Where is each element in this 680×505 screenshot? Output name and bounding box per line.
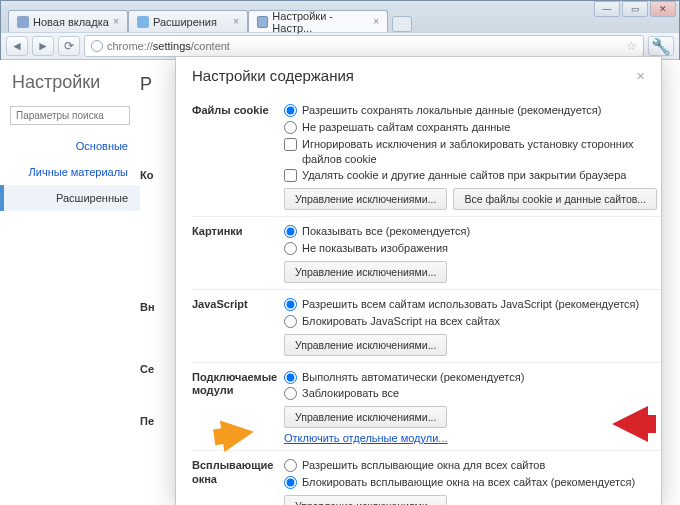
new-tab-button[interactable] <box>392 16 412 32</box>
popups-allow-radio[interactable]: Разрешить всплывающие окна для всех сайт… <box>284 457 661 474</box>
page-icon <box>17 16 29 28</box>
cookies-allow-radio[interactable]: Разрешить сохранять локальные данные (ре… <box>284 102 661 119</box>
tab-label: Настройки - Настр... <box>272 10 369 34</box>
js-allow-radio[interactable]: Разрешить всем сайтам использовать JavaS… <box>284 296 661 313</box>
modal-title: Настройки содержания <box>192 67 354 84</box>
close-window-button[interactable]: ✕ <box>650 1 676 17</box>
disable-plugins-link[interactable]: Отключить отдельные модули... <box>284 432 448 444</box>
plugins-block-radio[interactable]: Заблокировать все <box>284 385 661 402</box>
images-exceptions-button[interactable]: Управление исключениями... <box>284 261 447 283</box>
window-controls: — ▭ ✕ <box>594 1 676 17</box>
tab-extensions[interactable]: Расширения× <box>128 10 248 32</box>
minimize-button[interactable]: — <box>594 1 620 17</box>
cookies-thirdparty-checkbox[interactable]: Игнорировать исключения и заблокировать … <box>284 136 661 168</box>
window-titlebar <box>0 0 680 8</box>
bookmark-star-icon[interactable]: ☆ <box>626 39 637 53</box>
settings-search-input[interactable] <box>10 106 130 125</box>
sidebar-link-personal[interactable]: Личные материалы <box>0 159 140 185</box>
js-exceptions-button[interactable]: Управление исключениями... <box>284 334 447 356</box>
section-popups: Всплывающие окна Разрешить всплывающие о… <box>192 450 661 505</box>
extension-icon <box>137 16 149 28</box>
popups-exceptions-button[interactable]: Управление исключениями... <box>284 495 447 505</box>
images-show-radio[interactable]: Показывать все (рекомендуется) <box>284 223 661 240</box>
tab-label: Расширения <box>153 16 217 28</box>
tab-settings[interactable]: Настройки - Настр...× <box>248 10 388 32</box>
reload-button[interactable]: ⟳ <box>58 36 80 56</box>
cookies-clearonexit-checkbox[interactable]: Удалять cookie и другие данные сайтов пр… <box>284 167 661 184</box>
tab-label: Новая вкладка <box>33 16 109 28</box>
popups-block-radio[interactable]: Блокировать всплывающие окна на всех сай… <box>284 474 661 491</box>
close-tab-icon[interactable]: × <box>233 16 239 27</box>
address-bar[interactable]: chrome://settings/content ☆ <box>84 35 644 57</box>
section-label: Файлы cookie <box>192 102 284 210</box>
cookies-exceptions-button[interactable]: Управление исключениями... <box>284 188 447 210</box>
plugins-auto-radio[interactable]: Выполнять автоматически (рекомендуется) <box>284 369 661 386</box>
section-javascript: JavaScript Разрешить всем сайтам использ… <box>192 289 661 362</box>
section-cookies: Файлы cookie Разрешить сохранять локальн… <box>192 94 661 216</box>
tab-strip: Новая вкладка× Расширения× Настройки - Н… <box>0 8 680 32</box>
close-tab-icon[interactable]: × <box>113 16 119 27</box>
settings-sidebar: Настройки Основные Личные материалы Расш… <box>0 60 140 505</box>
section-images: Картинки Показывать все (рекомендуется) … <box>192 216 661 289</box>
section-label: Картинки <box>192 223 284 283</box>
close-tab-icon[interactable]: × <box>373 16 379 27</box>
obscured-content: Р Ко Вн Се Пе <box>140 60 170 505</box>
tab-new[interactable]: Новая вкладка× <box>8 10 128 32</box>
globe-icon <box>91 40 103 52</box>
cookies-block-radio[interactable]: Не разрешать сайтам сохранять данные <box>284 119 661 136</box>
maximize-button[interactable]: ▭ <box>622 1 648 17</box>
images-hide-radio[interactable]: Не показывать изображения <box>284 240 661 257</box>
cookies-alldata-button[interactable]: Все файлы cookie и данные сайтов... <box>453 188 657 210</box>
annotation-arrow-orange <box>220 416 256 452</box>
section-label: JavaScript <box>192 296 284 356</box>
url-text: chrome://settings/content <box>107 40 230 52</box>
settings-icon <box>257 16 268 28</box>
section-label: Всплывающие окна <box>192 457 284 505</box>
back-button[interactable]: ◄ <box>6 36 28 56</box>
sidebar-link-basic[interactable]: Основные <box>0 133 140 159</box>
modal-close-button[interactable]: × <box>636 67 645 84</box>
js-block-radio[interactable]: Блокировать JavaScript на всех сайтах <box>284 313 661 330</box>
section-plugins: Подключаемые модули Выполнять автоматиче… <box>192 362 661 451</box>
forward-button[interactable]: ► <box>32 36 54 56</box>
wrench-menu-button[interactable]: 🔧 <box>648 36 674 56</box>
page-title: Настройки <box>0 68 140 105</box>
sidebar-link-advanced[interactable]: Расширенные <box>0 185 140 211</box>
annotation-arrow-red <box>612 406 648 442</box>
plugins-exceptions-button[interactable]: Управление исключениями... <box>284 406 447 428</box>
